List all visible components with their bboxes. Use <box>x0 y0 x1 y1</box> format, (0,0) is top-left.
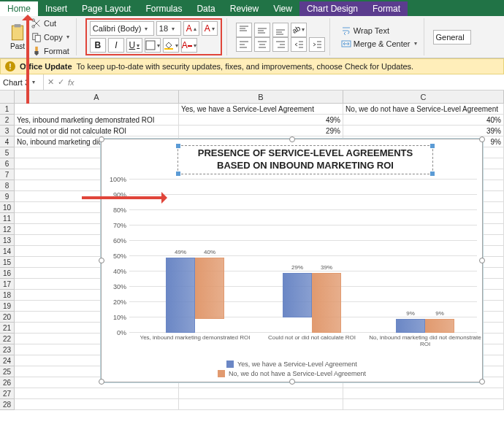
chart-bar[interactable]: 39% <box>312 273 341 333</box>
orientation-button[interactable]: ab▾ <box>291 23 307 37</box>
row-header[interactable]: 17 <box>0 279 14 290</box>
cell-c1[interactable]: No, we do not have a Service-Level Agree… <box>343 104 504 115</box>
row-header[interactable]: 11 <box>0 213 14 224</box>
decrease-indent-button[interactable] <box>291 37 307 52</box>
italic-button[interactable]: I <box>108 38 124 53</box>
chart-legend[interactable]: Yes, we have a Service-Level Agreement N… <box>102 361 482 377</box>
underline-button[interactable]: U▾ <box>126 38 142 53</box>
align-middle-button[interactable] <box>254 23 270 37</box>
merge-center-button[interactable]: Merge & Center▾ <box>339 37 419 50</box>
row-header[interactable]: 2 <box>0 115 14 126</box>
resize-handle[interactable] <box>289 136 295 142</box>
bold-button[interactable]: B <box>90 38 106 53</box>
tab-format[interactable]: Format <box>365 1 408 16</box>
chart-object[interactable]: PRESENCE OF SERVICE-LEVEL AGREEMENTS BAS… <box>101 139 483 382</box>
resize-handle[interactable] <box>99 136 104 142</box>
col-header-c[interactable]: C <box>343 90 504 103</box>
row-header[interactable]: 14 <box>0 246 14 257</box>
row-header[interactable]: 6 <box>0 158 14 169</box>
row-header[interactable]: 24 <box>0 355 14 366</box>
row-header[interactable]: 26 <box>0 377 14 388</box>
cancel-formula-button[interactable]: ✕ <box>47 77 54 87</box>
chart-bar[interactable]: 9% <box>425 319 454 333</box>
tab-chart-design[interactable]: Chart Design <box>299 1 365 16</box>
cell-b1[interactable]: Yes, we have a Service-Level Agreement <box>179 104 343 115</box>
row-header[interactable]: 21 <box>0 323 14 334</box>
cell[interactable] <box>179 399 343 410</box>
copy-button[interactable]: Copy▾ <box>29 31 72 44</box>
row-header[interactable]: 3 <box>0 126 14 136</box>
align-top-button[interactable] <box>236 23 252 37</box>
row-header[interactable]: 15 <box>0 257 14 268</box>
chart-bar[interactable]: 29% <box>283 273 312 317</box>
row-header[interactable]: 8 <box>0 180 14 191</box>
row-header[interactable]: 12 <box>0 224 14 235</box>
cell-c2[interactable]: 40% <box>343 115 504 126</box>
resize-handle[interactable] <box>289 379 295 385</box>
resize-handle[interactable] <box>479 258 485 263</box>
row-header[interactable]: 20 <box>0 312 14 323</box>
cell-a1[interactable] <box>15 104 179 115</box>
cell-a3[interactable]: Could not or did not calculate ROI <box>15 126 179 136</box>
increase-indent-button[interactable] <box>309 37 325 52</box>
tab-page-layout[interactable]: Page Layout <box>75 1 138 16</box>
cell-b3[interactable]: 29% <box>179 126 343 136</box>
chart-bar[interactable]: 49% <box>166 258 195 333</box>
grow-font-button[interactable]: A▴ <box>183 21 199 36</box>
tab-formulas[interactable]: Formulas <box>138 1 189 16</box>
row-header[interactable]: 18 <box>0 290 14 301</box>
cell-a2[interactable]: Yes, inbound marketing demonstrated ROI <box>15 115 179 126</box>
row-header[interactable]: 25 <box>0 366 14 377</box>
number-format-combo[interactable]: General <box>433 30 471 45</box>
row-header[interactable]: 10 <box>0 202 14 213</box>
font-size-combo[interactable]: 18▾ <box>156 21 181 36</box>
row-header[interactable]: 22 <box>0 334 14 344</box>
enter-formula-button[interactable]: ✓ <box>58 77 64 87</box>
col-header-a[interactable]: A <box>15 90 179 103</box>
resize-handle[interactable] <box>99 379 104 385</box>
cell[interactable] <box>15 399 179 410</box>
fill-color-button[interactable]: ▾ <box>163 38 179 53</box>
align-bottom-button[interactable] <box>272 23 289 37</box>
font-color-button[interactable]: A▾ <box>181 38 197 53</box>
col-header-b[interactable]: B <box>179 90 343 103</box>
row-header[interactable]: 13 <box>0 235 14 246</box>
paste-button[interactable]: Past <box>8 23 27 50</box>
select-all-corner[interactable] <box>0 90 15 103</box>
cell[interactable] <box>343 388 504 399</box>
row-header[interactable]: 27 <box>0 388 14 399</box>
shrink-font-button[interactable]: A▾ <box>202 21 218 36</box>
resize-handle[interactable] <box>479 379 485 385</box>
chart-title[interactable]: PRESENCE OF SERVICE-LEVEL AGREEMENTS BAS… <box>177 145 433 174</box>
row-header[interactable]: 1 <box>0 104 14 115</box>
cell-c3[interactable]: 39% <box>343 126 504 136</box>
cell[interactable] <box>15 388 179 399</box>
resize-handle[interactable] <box>479 136 485 142</box>
cell[interactable] <box>179 388 343 399</box>
tab-insert[interactable]: Insert <box>38 1 75 16</box>
align-left-button[interactable] <box>236 37 252 52</box>
row-header[interactable]: 28 <box>0 399 14 410</box>
align-right-button[interactable] <box>272 37 289 52</box>
row-header[interactable]: 4 <box>0 136 14 147</box>
chart-bar[interactable]: 9% <box>396 319 425 333</box>
align-center-button[interactable] <box>254 37 270 52</box>
row-header[interactable]: 23 <box>0 344 14 355</box>
wrap-text-button[interactable]: Wrap Text <box>339 24 419 37</box>
row-header[interactable]: 7 <box>0 169 14 180</box>
cell[interactable] <box>343 399 504 410</box>
format-painter-button[interactable]: Format <box>29 45 72 58</box>
worksheet-grid[interactable]: A B C 1234567891011121314151617181920212… <box>0 90 504 423</box>
chart-plot-area[interactable]: 0%10%20%30%40%50%60%70%80%90%100%49%40%Y… <box>129 180 477 333</box>
cell-b2[interactable]: 49% <box>179 115 343 126</box>
tab-view[interactable]: View <box>266 1 299 16</box>
font-name-combo[interactable]: Calibri (Body)▾ <box>90 21 154 36</box>
tab-data[interactable]: Data <box>189 1 222 16</box>
fx-label[interactable]: fx <box>68 78 75 87</box>
border-button[interactable]: ▾ <box>145 38 161 53</box>
row-header[interactable]: 16 <box>0 268 14 279</box>
chart-bar[interactable]: 40% <box>195 258 224 319</box>
row-header[interactable]: 9 <box>0 191 14 202</box>
name-box[interactable]: Chart 3▾ <box>0 74 44 90</box>
tab-review[interactable]: Review <box>223 1 266 16</box>
